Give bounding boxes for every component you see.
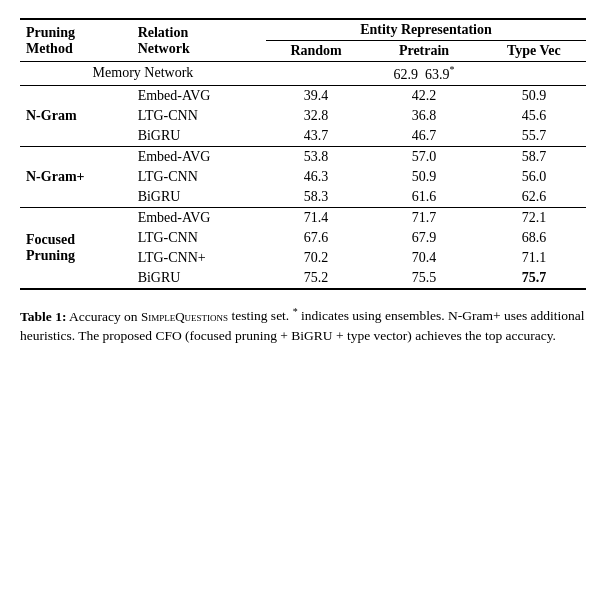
ngram-embed-avg-random: 39.4	[266, 85, 366, 106]
memory-network-pretrain: 62.9 63.9*	[366, 62, 482, 86]
ngramplus-bigru-pretrain: 61.6	[366, 187, 482, 208]
focused-bigru-type-vec: 75.7	[482, 268, 586, 289]
ngramplus-embed-avg-random: 53.8	[266, 146, 366, 167]
focused-pruning-label: FocusedPruning	[20, 207, 132, 289]
header-entity-representation: Entity Representation	[266, 19, 586, 41]
focused-bigru-label: BiGRU	[132, 268, 266, 289]
caption-dataset: SimpleQuestions	[141, 308, 228, 323]
ngram-bigru-label: BiGRU	[132, 126, 266, 147]
memory-network-row: Memory Network 62.9 63.9*	[20, 62, 586, 86]
caption-label: Table 1:	[20, 308, 66, 323]
memory-network-random	[266, 62, 366, 86]
ngramplus-row-1: N-Gram+ Embed-AVG 53.8 57.0 58.7	[20, 146, 586, 167]
ngram-bigru-type-vec: 55.7	[482, 126, 586, 147]
caption-text-1: Accuracy on	[69, 308, 141, 323]
header-relation-network: RelationNetwork	[132, 19, 266, 62]
ngramplus-ltgcnn-random: 46.3	[266, 167, 366, 187]
focused-ltgcnn-plus-random: 70.2	[266, 248, 366, 268]
ngram-embed-avg-type-vec: 50.9	[482, 85, 586, 106]
ngram-ltgcnn-label: LTG-CNN	[132, 106, 266, 126]
ngram-bigru-pretrain: 46.7	[366, 126, 482, 147]
ngramplus-ltgcnn-label: LTG-CNN	[132, 167, 266, 187]
focused-ltgcnn-random: 67.6	[266, 228, 366, 248]
results-table: PruningMethod RelationNetwork Entity Rep…	[20, 18, 586, 290]
ngramplus-ltgcnn-type-vec: 56.0	[482, 167, 586, 187]
ngramplus-embed-avg-pretrain: 57.0	[366, 146, 482, 167]
memory-network-type-vec	[482, 62, 586, 86]
header-pretrain: Pretrain	[366, 41, 482, 62]
ngramplus-ltgcnn-pretrain: 50.9	[366, 167, 482, 187]
focused-bigru-random: 75.2	[266, 268, 366, 289]
ngramplus-bigru-random: 58.3	[266, 187, 366, 208]
header-random: Random	[266, 41, 366, 62]
table-container: PruningMethod RelationNetwork Entity Rep…	[20, 18, 586, 290]
focused-embed-avg-pretrain: 71.7	[366, 207, 482, 228]
focused-ltgcnn-plus-label: LTG-CNN+	[132, 248, 266, 268]
ngramplus-embed-avg-type-vec: 58.7	[482, 146, 586, 167]
header-pruning-method: PruningMethod	[20, 19, 132, 62]
focused-ltgcnn-plus-type-vec: 71.1	[482, 248, 586, 268]
header-type-vec: Type Vec	[482, 41, 586, 62]
focused-ltgcnn-label: LTG-CNN	[132, 228, 266, 248]
ngram-row-1: N-Gram Embed-AVG 39.4 42.2 50.9	[20, 85, 586, 106]
ngram-embed-avg-label: Embed-AVG	[132, 85, 266, 106]
ngram-ltgcnn-pretrain: 36.8	[366, 106, 482, 126]
ngram-label: N-Gram	[20, 85, 132, 146]
focused-embed-avg-label: Embed-AVG	[132, 207, 266, 228]
table-caption: Table 1: Accuracy on SimpleQuestions tes…	[20, 304, 586, 347]
focused-bigru-pretrain: 75.5	[366, 268, 482, 289]
focused-ltgcnn-type-vec: 68.6	[482, 228, 586, 248]
focused-embed-avg-random: 71.4	[266, 207, 366, 228]
focused-embed-avg-type-vec: 72.1	[482, 207, 586, 228]
memory-network-label: Memory Network	[20, 62, 266, 86]
ngram-embed-avg-pretrain: 42.2	[366, 85, 482, 106]
focused-pruning-row-1: FocusedPruning Embed-AVG 71.4 71.7 72.1	[20, 207, 586, 228]
ngram-ltgcnn-type-vec: 45.6	[482, 106, 586, 126]
focused-ltgcnn-plus-pretrain: 70.4	[366, 248, 482, 268]
ngram-ltgcnn-random: 32.8	[266, 106, 366, 126]
ngramplus-label: N-Gram+	[20, 146, 132, 207]
focused-ltgcnn-pretrain: 67.9	[366, 228, 482, 248]
header-row-1: PruningMethod RelationNetwork Entity Rep…	[20, 19, 586, 41]
ngramplus-embed-avg-label: Embed-AVG	[132, 146, 266, 167]
ngramplus-bigru-label: BiGRU	[132, 187, 266, 208]
ngramplus-bigru-type-vec: 62.6	[482, 187, 586, 208]
ngram-bigru-random: 43.7	[266, 126, 366, 147]
